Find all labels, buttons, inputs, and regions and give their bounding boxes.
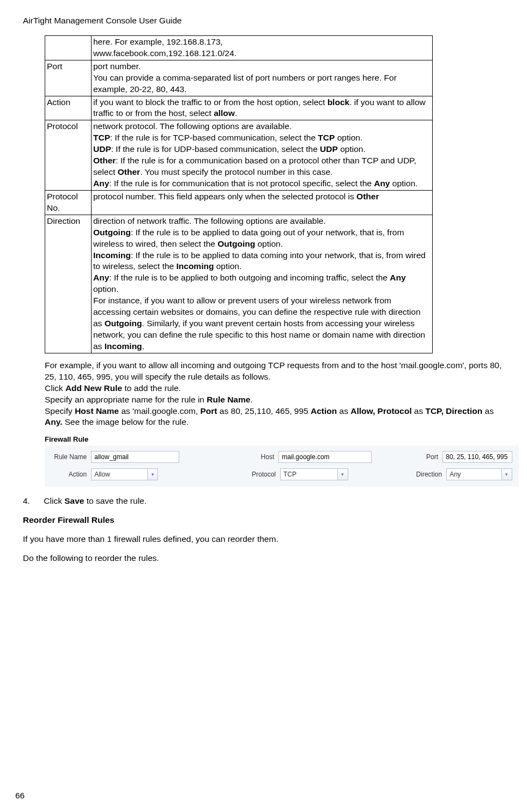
cell-text: port number. bbox=[93, 62, 141, 71]
bold: Other bbox=[118, 167, 140, 176]
firewall-rule-title: Firewall Rule bbox=[45, 435, 504, 444]
text: to add the rule. bbox=[122, 383, 181, 393]
cell-text: : If the rule is for UDP-based communica… bbox=[111, 144, 320, 154]
field-name: Protocol No. bbox=[45, 190, 92, 215]
chevron-down-icon: ▾ bbox=[501, 469, 512, 480]
direction-label: Direction bbox=[414, 470, 446, 479]
bold: Port bbox=[201, 406, 217, 416]
bold: Outgoing bbox=[93, 228, 131, 237]
rulename-label: Rule Name bbox=[51, 453, 91, 461]
table-row: Direction direction of network traffic. … bbox=[45, 215, 433, 353]
text: Click bbox=[45, 383, 65, 393]
bold: Any bbox=[93, 179, 109, 188]
text: as 'mail.google.com, bbox=[119, 406, 200, 416]
bold: Action bbox=[311, 406, 337, 416]
bold: Any bbox=[93, 273, 109, 282]
cell-text: option. bbox=[338, 144, 366, 154]
table-row: here. For example, 192.168.8.173, www.fa… bbox=[45, 35, 433, 60]
bold: TCP, Direction bbox=[425, 406, 482, 416]
table-row: Port port number. You can provide a comm… bbox=[45, 60, 433, 96]
text: Click bbox=[44, 496, 64, 505]
field-name: Action bbox=[45, 96, 92, 120]
chevron-down-icon: ▾ bbox=[147, 469, 158, 480]
page-number: 66 bbox=[15, 790, 25, 802]
cell-text: : If the rule is to be applied to data c… bbox=[93, 251, 426, 271]
action-label: Action bbox=[51, 470, 91, 479]
field-name: Port bbox=[45, 60, 92, 96]
bold: block bbox=[328, 97, 349, 107]
cell-text: direction of network traffic. The follow… bbox=[93, 216, 326, 225]
bold: Incoming bbox=[93, 251, 131, 260]
text: as bbox=[411, 406, 425, 416]
cell-text: option. bbox=[255, 239, 283, 248]
text: to save the rule. bbox=[84, 496, 147, 505]
cell-text: . bbox=[235, 108, 237, 118]
bold: TCP bbox=[93, 133, 110, 142]
cell-text: option. bbox=[335, 133, 362, 142]
cell-text: if you want to block the traffic to or f… bbox=[93, 97, 328, 107]
text: as bbox=[337, 406, 350, 416]
rulename-input[interactable] bbox=[91, 451, 179, 463]
text: For example, if you want to allow all in… bbox=[45, 361, 501, 381]
bold: Incoming bbox=[176, 261, 214, 271]
field-name: Direction bbox=[45, 215, 92, 353]
direction-select[interactable]: Any ▾ bbox=[446, 468, 512, 480]
cell-text: : If the rule is for TCP-based communica… bbox=[110, 133, 318, 142]
cell-text: here. For example, 192.168.8.173, bbox=[93, 37, 223, 46]
cell-text: : If the rule is to be applied to both o… bbox=[109, 273, 390, 282]
bold: Any bbox=[390, 273, 405, 282]
cell-text: . bbox=[142, 341, 144, 351]
bold: Rule Name bbox=[207, 395, 250, 404]
cell-text: protocol number. This field appears only… bbox=[93, 192, 356, 201]
protocol-value: TCP bbox=[283, 470, 296, 479]
protocol-label: Protocol bbox=[245, 470, 280, 479]
bold: Allow, Protocol bbox=[350, 406, 411, 416]
firewall-rule-panel: Rule Name Host Port Action Allow ▾ Proto… bbox=[45, 445, 519, 487]
bold: TCP bbox=[318, 133, 335, 142]
chevron-down-icon: ▾ bbox=[337, 469, 348, 480]
page-header: AirTight Management Console User Guide bbox=[23, 15, 504, 27]
field-name: Protocol bbox=[45, 120, 92, 191]
cell-text: www.facebook.com,192.168.121.0/24. bbox=[93, 48, 237, 58]
bold: Incoming bbox=[105, 341, 142, 351]
text: . bbox=[250, 395, 252, 404]
text: Specify bbox=[45, 406, 75, 416]
cell-text: You can provide a comma-separated list o… bbox=[93, 73, 397, 94]
example-paragraph: For example, if you want to allow all in… bbox=[45, 360, 504, 429]
bold: Add New Rule bbox=[65, 383, 122, 393]
text: Specify an appropriate name for the rule… bbox=[45, 395, 207, 404]
table-row: Protocol network protocol. The following… bbox=[45, 120, 433, 191]
bold: Any. bbox=[45, 417, 62, 426]
text: as bbox=[482, 406, 494, 416]
cell-text: option. bbox=[214, 261, 241, 271]
bold: Outgoing bbox=[217, 239, 255, 248]
bold: Any bbox=[374, 179, 390, 188]
cell-text: network protocol. The following options … bbox=[93, 121, 292, 131]
action-select[interactable]: Allow ▾ bbox=[91, 468, 158, 480]
bold: UDP bbox=[93, 144, 111, 154]
bold: Save bbox=[64, 496, 84, 505]
table-row: Protocol No. protocol number. This field… bbox=[45, 190, 433, 215]
cell-text: option. bbox=[93, 284, 119, 294]
bold: Other bbox=[356, 192, 379, 201]
reorder-p2: Do the following to reorder the rules. bbox=[23, 553, 504, 564]
bold: UDP bbox=[320, 144, 338, 154]
fields-table: here. For example, 192.168.8.173, www.fa… bbox=[45, 35, 433, 353]
bold: Other bbox=[93, 156, 116, 165]
host-label: Host bbox=[244, 453, 278, 461]
host-input[interactable] bbox=[278, 451, 372, 463]
bold: Outgoing bbox=[105, 319, 142, 328]
port-input[interactable] bbox=[443, 451, 512, 463]
reorder-p1: If you have more than 1 firewall rules d… bbox=[23, 534, 504, 545]
table-row: Action if you want to block the traffic … bbox=[45, 96, 433, 120]
port-label: Port bbox=[410, 453, 443, 461]
reorder-heading: Reorder Firewall Rules bbox=[23, 515, 504, 526]
direction-value: Any bbox=[450, 470, 461, 479]
bold: Host Name bbox=[75, 406, 119, 416]
protocol-select[interactable]: TCP ▾ bbox=[280, 468, 348, 480]
cell-text: option. bbox=[390, 179, 417, 188]
text: as 80, 25,110, 465, 995 bbox=[217, 406, 311, 416]
bold: allow bbox=[214, 108, 235, 118]
text: See the image below for the rule. bbox=[62, 417, 189, 426]
step-4: 4. Click Save to save the rule. bbox=[23, 496, 504, 507]
